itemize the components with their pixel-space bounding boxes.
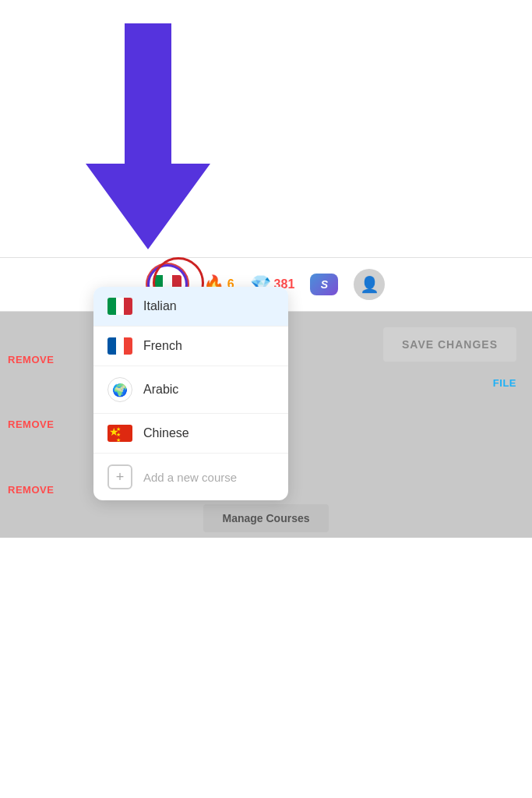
dropdown-item-french[interactable]: French bbox=[93, 327, 288, 366]
manage-courses-button[interactable]: Manage Courses bbox=[203, 504, 328, 532]
chinese-flag-small: ★ ★★★★ bbox=[107, 425, 132, 442]
remove-button-1[interactable]: REMOVE bbox=[8, 350, 93, 369]
dropdown-item-italian[interactable]: Italian bbox=[93, 287, 288, 327]
language-dropdown: Italian French 🌍 Arabic ★ ★★★★ Chinese +… bbox=[93, 287, 288, 500]
down-arrow bbox=[78, 23, 249, 257]
french-label: French bbox=[143, 339, 182, 353]
arabic-label: Arabic bbox=[143, 383, 178, 397]
super-badge: S bbox=[310, 274, 338, 295]
add-course-label: Add a new course bbox=[143, 471, 237, 484]
svg-marker-0 bbox=[86, 23, 210, 249]
dropdown-item-chinese[interactable]: ★ ★★★★ Chinese bbox=[93, 414, 288, 454]
italian-label: Italian bbox=[143, 299, 177, 313]
remove-button-3[interactable]: REMOVE bbox=[8, 480, 93, 500]
dropdown-item-arabic[interactable]: 🌍 Arabic bbox=[93, 366, 288, 414]
avatar[interactable]: 👤 bbox=[354, 269, 385, 300]
profile-link[interactable]: FILE bbox=[493, 377, 516, 389]
bottom-bar: Manage Courses bbox=[0, 499, 532, 538]
save-changes-button[interactable]: SAVE CHANGES bbox=[383, 327, 516, 362]
avatar-icon: 👤 bbox=[360, 275, 379, 294]
italian-flag-small bbox=[107, 298, 132, 315]
chinese-label: Chinese bbox=[143, 426, 189, 440]
remove-button-2[interactable]: REMOVE bbox=[8, 415, 93, 434]
add-course-item[interactable]: + Add a new course bbox=[93, 454, 288, 500]
plus-icon: + bbox=[107, 464, 132, 489]
arabic-flag-small: 🌍 bbox=[107, 377, 132, 402]
french-flag-small bbox=[107, 337, 132, 355]
